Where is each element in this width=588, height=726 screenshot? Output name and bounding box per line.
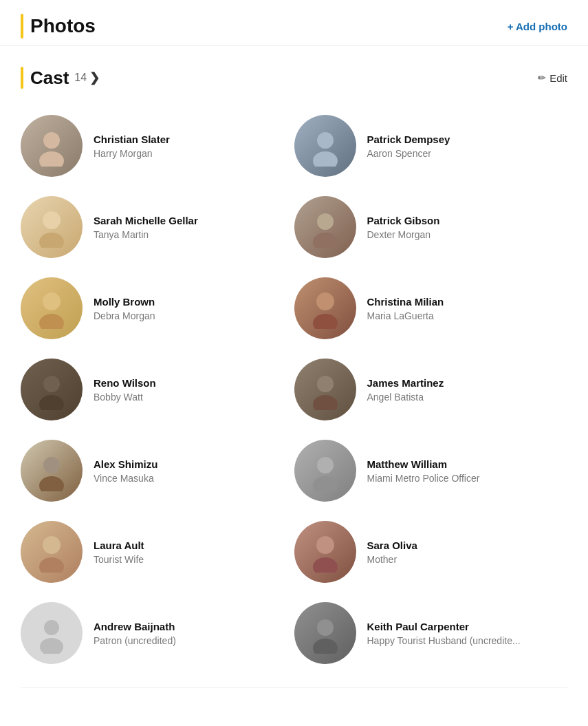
cast-role-james-martinez: Angel Batista — [367, 392, 568, 403]
cast-name-christina-milian: Christina Milian — [367, 295, 568, 309]
cast-name-patrick-dempsey: Patrick Dempsey — [367, 133, 568, 147]
cast-name-christian-slater: Christian Slater — [94, 133, 294, 147]
svg-point-13 — [39, 395, 64, 410]
cast-info-patrick-gibson: Patrick Gibson Dexter Morgan — [367, 214, 568, 240]
svg-point-3 — [313, 151, 338, 167]
avatar-matthew-william — [294, 440, 356, 502]
avatar-sarah-michelle-gellar — [21, 196, 83, 258]
cast-item-keith-paul-carpenter[interactable]: Keith Paul Carpenter Happy Tourist Husba… — [294, 592, 568, 674]
avatar-alex-shimizu — [21, 440, 83, 502]
svg-point-23 — [313, 557, 338, 573]
cast-info-christina-milian: Christina Milian Maria LaGuerta — [367, 295, 568, 321]
cast-count: 14 — [74, 72, 87, 84]
cast-item-christian-slater[interactable]: Christian Slater Harry Morgan — [21, 105, 294, 186]
cast-info-molly-brown: Molly Brown Debra Morgan — [94, 295, 294, 321]
avatar-andrew-baijnath — [21, 602, 83, 664]
cast-header: Cast 14 ❯ ✏ Edit — [21, 67, 567, 89]
cast-yellow-bar — [21, 67, 23, 89]
svg-point-15 — [313, 395, 338, 410]
svg-point-26 — [317, 619, 334, 636]
svg-point-19 — [313, 476, 338, 491]
cast-info-sarah-michelle-gellar: Sarah Michelle Gellar Tanya Martin — [94, 214, 294, 240]
svg-point-6 — [317, 213, 334, 230]
cast-item-james-martinez[interactable]: James Martinez Angel Batista — [294, 349, 568, 430]
cast-name-molly-brown: Molly Brown — [94, 295, 294, 309]
svg-point-17 — [39, 476, 64, 491]
cast-role-sarah-michelle-gellar: Tanya Martin — [94, 229, 294, 240]
svg-point-7 — [313, 233, 338, 248]
cast-grid: Christian Slater Harry Morgan Patrick De… — [21, 105, 567, 674]
cast-item-sara-oliva[interactable]: Sara Oliva Mother — [294, 511, 568, 592]
cast-edit-label: Edit — [549, 72, 567, 84]
svg-point-10 — [316, 292, 334, 310]
cast-info-keith-paul-carpenter: Keith Paul Carpenter Happy Tourist Husba… — [367, 620, 568, 646]
svg-point-8 — [43, 292, 61, 310]
svg-point-1 — [39, 151, 64, 167]
svg-point-5 — [39, 233, 64, 248]
svg-point-0 — [43, 132, 60, 149]
avatar-patrick-dempsey — [294, 115, 356, 177]
cast-info-alex-shimizu: Alex Shimizu Vince Masuka — [94, 458, 294, 484]
cast-name-keith-paul-carpenter: Keith Paul Carpenter — [367, 620, 568, 634]
avatar-patrick-gibson — [294, 196, 356, 258]
cast-info-reno-wilson: Reno Wilson Bobby Watt — [94, 376, 294, 403]
cast-role-reno-wilson: Bobby Watt — [94, 392, 294, 403]
cast-name-sarah-michelle-gellar: Sarah Michelle Gellar — [94, 214, 294, 228]
avatar-christian-slater — [21, 115, 83, 177]
cast-title: Cast — [30, 67, 69, 89]
cast-info-sara-oliva: Sara Oliva Mother — [367, 539, 568, 565]
cast-info-matthew-william: Matthew William Miami Metro Police Offic… — [367, 458, 568, 484]
svg-point-12 — [43, 376, 60, 392]
cast-role-patrick-dempsey: Aaron Spencer — [367, 148, 568, 159]
cast-name-sara-oliva: Sara Oliva — [367, 539, 568, 553]
cast-name-james-martinez: James Martinez — [367, 376, 568, 390]
edit-pencil-icon: ✏ — [538, 72, 546, 83]
cast-info-patrick-dempsey: Patrick Dempsey Aaron Spencer — [367, 133, 568, 159]
avatar-reno-wilson — [21, 359, 83, 420]
cast-role-christian-slater: Harry Morgan — [94, 148, 294, 159]
yellow-accent-bar — [21, 14, 23, 39]
cast-role-laura-ault: Tourist Wife — [94, 554, 294, 565]
cast-item-reno-wilson[interactable]: Reno Wilson Bobby Watt — [21, 349, 294, 430]
cast-item-patrick-dempsey[interactable]: Patrick Dempsey Aaron Spencer — [294, 105, 568, 186]
cast-role-patrick-gibson: Dexter Morgan — [367, 229, 568, 240]
avatar-keith-paul-carpenter — [294, 602, 356, 664]
cast-arrow-icon[interactable]: ❯ — [89, 70, 100, 85]
cast-role-christina-milian: Maria LaGuerta — [367, 310, 568, 321]
cast-role-molly-brown: Debra Morgan — [94, 310, 294, 321]
cast-item-christina-milian[interactable]: Christina Milian Maria LaGuerta — [294, 268, 568, 349]
cast-info-laura-ault: Laura Ault Tourist Wife — [94, 539, 294, 565]
cast-title-wrap: Cast 14 ❯ — [21, 67, 100, 89]
cast-item-laura-ault[interactable]: Laura Ault Tourist Wife — [21, 511, 294, 592]
cast-name-patrick-gibson: Patrick Gibson — [367, 214, 568, 228]
svg-point-4 — [43, 211, 61, 229]
cast-role-alex-shimizu: Vince Masuka — [94, 473, 294, 484]
svg-point-2 — [317, 132, 334, 149]
cast-item-alex-shimizu[interactable]: Alex Shimizu Vince Masuka — [21, 430, 294, 511]
add-photo-button[interactable]: + Add photo — [508, 21, 567, 32]
cast-info-andrew-baijnath: Andrew Baijnath Patron (uncredited) — [94, 620, 294, 646]
cast-item-andrew-baijnath[interactable]: Andrew Baijnath Patron (uncredited) — [21, 592, 294, 674]
avatar-sara-oliva — [294, 521, 356, 583]
svg-point-24 — [44, 620, 59, 635]
cast-item-patrick-gibson[interactable]: Patrick Gibson Dexter Morgan — [294, 186, 568, 268]
cast-item-molly-brown[interactable]: Molly Brown Debra Morgan — [21, 268, 294, 349]
photos-header: Photos + Add photo — [0, 0, 588, 46]
svg-point-11 — [313, 314, 338, 329]
svg-point-27 — [313, 639, 338, 654]
cast-role-keith-paul-carpenter: Happy Tourist Husband (uncredite... — [367, 635, 568, 646]
cast-info-christian-slater: Christian Slater Harry Morgan — [94, 133, 294, 159]
avatar-christina-milian — [294, 277, 356, 339]
cast-role-sara-oliva: Mother — [367, 554, 568, 565]
cast-item-sarah-michelle-gellar[interactable]: Sarah Michelle Gellar Tanya Martin — [21, 186, 294, 268]
cast-edit-button[interactable]: ✏ Edit — [538, 72, 567, 84]
cast-info-james-martinez: James Martinez Angel Batista — [367, 376, 568, 403]
cast-item-matthew-william[interactable]: Matthew William Miami Metro Police Offic… — [294, 430, 568, 511]
cast-section: Cast 14 ❯ ✏ Edit Christian Slater Harry … — [0, 46, 588, 687]
cast-name-alex-shimizu: Alex Shimizu — [94, 458, 294, 471]
cast-name-andrew-baijnath: Andrew Baijnath — [94, 620, 294, 634]
cast-name-laura-ault: Laura Ault — [94, 539, 294, 553]
cast-name-reno-wilson: Reno Wilson — [94, 376, 294, 390]
photos-title: Photos — [30, 15, 96, 37]
cast-role-andrew-baijnath: Patron (uncredited) — [94, 635, 294, 646]
